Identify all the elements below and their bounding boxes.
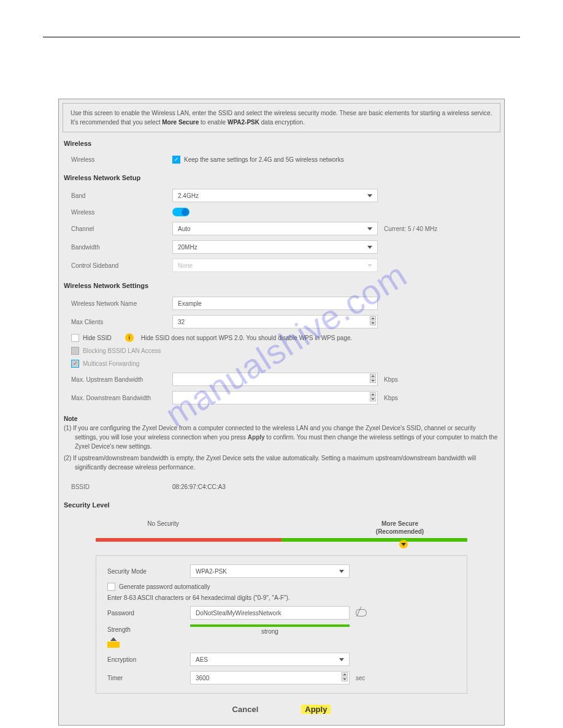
hide-ssid-note: Hide SSID does not support WPS 2.0. You … (141, 335, 353, 341)
channel-label: Channel (71, 226, 172, 232)
wireless-settings-panel: Use this screen to enable the Wireless L… (58, 99, 505, 726)
strength-bar (190, 624, 350, 627)
password-input[interactable]: DoNotStealMyWirelessNetwork (190, 606, 350, 620)
max-clients-input[interactable]: 32 (172, 315, 378, 328)
multicast-label: Multicast Forwarding (83, 360, 139, 367)
more-secure-label: More Secure (381, 520, 418, 527)
wireless-label: Wireless (71, 156, 172, 163)
apply-button[interactable]: Apply (301, 705, 331, 714)
encryption-select[interactable]: AES (190, 653, 350, 666)
cancel-button[interactable]: Cancel (232, 705, 259, 714)
heading-wireless: Wireless (64, 140, 504, 147)
ssid-label: Wireless Network Name (71, 300, 172, 307)
caret-down-icon (339, 570, 344, 573)
password-hint: Enter 8-63 ASCII characters or 64 hexade… (107, 594, 456, 601)
collapse-indicator[interactable] (107, 637, 456, 648)
strength-value: strong (190, 628, 350, 635)
intro-wpa2psk: WPA2-PSK (228, 119, 259, 126)
security-panel: Security Mode WPA2-PSK Generate password… (96, 555, 467, 694)
bssid-label: BSSID (71, 483, 172, 490)
bandwidth-select[interactable]: 20MHz (172, 240, 378, 254)
wireless-toggle-label: Wireless (71, 209, 172, 216)
caret-down-icon (367, 194, 372, 197)
timer-input[interactable]: 3600 (190, 671, 350, 684)
kbps-unit: Kbps (384, 395, 398, 401)
keep-same-label: Keep the same settings for 2.4G and 5G w… (184, 156, 344, 163)
max-dn-label: Max. Downstream Bandwidth (71, 395, 172, 401)
max-clients-spinner[interactable] (370, 316, 376, 325)
blocking-bssid-label: Blocking BSSID LAN Access (83, 347, 161, 354)
security-slider-track[interactable] (96, 538, 467, 542)
channel-select[interactable]: Auto (172, 222, 378, 235)
sideband-select: None (172, 259, 378, 272)
caret-down-icon (367, 227, 372, 230)
security-slider-knob[interactable] (399, 540, 408, 548)
heading-settings: Wireless Network Settings (64, 282, 504, 289)
blocking-bssid-checkbox[interactable] (71, 347, 79, 355)
bandwidth-label: Bandwidth (71, 244, 172, 251)
sideband-label: Control Sideband (71, 262, 172, 269)
strength-label: Strength (107, 626, 190, 633)
timer-label: Timer (107, 675, 190, 681)
max-up-input[interactable] (172, 373, 378, 386)
max-dn-input[interactable] (172, 391, 378, 404)
heading-setup: Wireless Network Setup (64, 174, 504, 181)
band-label: Band (71, 192, 172, 199)
heading-security: Security Level (64, 501, 504, 509)
gen-password-checkbox[interactable] (107, 583, 115, 591)
max-dn-spinner[interactable] (370, 392, 376, 401)
hide-ssid-checkbox[interactable] (71, 334, 79, 342)
note-heading: Note (64, 414, 499, 423)
intro-box: Use this screen to enable the Wireless L… (63, 103, 500, 132)
note-2: (2) If upstream/downstream bandwidth is … (64, 453, 499, 472)
channel-current: Current: 5 / 40 MHz (384, 226, 437, 232)
max-up-label: Max. Upstream Bandwidth (71, 376, 172, 383)
password-label: Password (107, 610, 190, 616)
sec-unit: sec (356, 675, 366, 681)
hide-ssid-label: Hide SSID (83, 335, 112, 341)
no-security-label: No Security (120, 520, 206, 536)
encryption-label: Encryption (107, 656, 190, 663)
timer-spinner[interactable] (342, 672, 348, 681)
security-mode-label: Security Mode (107, 568, 190, 575)
band-select[interactable]: 2.4GHz (172, 189, 378, 202)
max-up-spinner[interactable] (370, 374, 376, 383)
wireless-toggle[interactable] (172, 208, 190, 216)
ssid-input[interactable]: Example (172, 297, 378, 310)
note-1: (1) If you are configuring the Zyxel Dev… (64, 423, 499, 451)
kbps-unit: Kbps (384, 376, 398, 383)
max-clients-label: Max Clients (71, 319, 172, 325)
info-icon: i (125, 333, 134, 342)
multicast-checkbox[interactable] (71, 360, 79, 368)
security-mode-select[interactable]: WPA2-PSK (190, 564, 350, 578)
caret-down-icon (367, 264, 372, 267)
caret-down-icon (339, 658, 344, 661)
recommended-label: (Recommended) (376, 528, 424, 535)
gen-password-label: Generate password automatically (119, 583, 210, 590)
eye-slash-icon[interactable] (356, 609, 367, 616)
bssid-value: 08:26:97:C4:CC:A3 (172, 483, 226, 490)
intro-more-secure: More Secure (162, 119, 199, 126)
keep-same-checkbox[interactable] (172, 156, 180, 164)
caret-down-icon (367, 246, 372, 249)
